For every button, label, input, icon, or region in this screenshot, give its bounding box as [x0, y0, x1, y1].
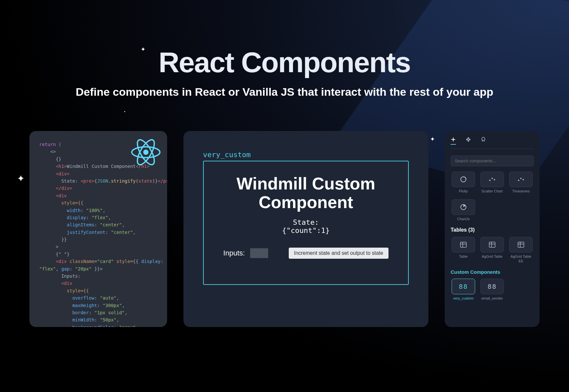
- digit-display-icon: 88: [459, 283, 468, 290]
- tab-add[interactable]: [451, 137, 456, 145]
- component-email-sender[interactable]: 88: [480, 279, 504, 294]
- component-scatter-label: Scatter Chart: [482, 189, 503, 193]
- plus-icon: [451, 137, 456, 142]
- rocket-icon: [481, 137, 486, 142]
- component-timeseries[interactable]: [509, 172, 533, 187]
- svg-rect-13: [489, 242, 495, 247]
- preview-component-frame[interactable]: Windmill Custom Component State: {"count…: [203, 161, 409, 285]
- tab-components[interactable]: [466, 137, 471, 145]
- component-table[interactable]: [452, 237, 475, 253]
- chartjs-icon: [460, 204, 467, 210]
- component-library-sidebar: Plotly Scatter Chart Timeseries: [445, 131, 540, 327]
- svg-point-6: [491, 178, 493, 179]
- component-aggrid-ee-label: AgGrid Table EE: [508, 254, 534, 263]
- digit-display-icon: 88: [488, 283, 497, 290]
- react-logo-icon: [131, 138, 161, 167]
- table-icon: [518, 242, 524, 248]
- code-editor-panel: return ( <> {} <h1>Windmill Custom Compo…: [29, 131, 167, 327]
- component-very-custom[interactable]: 88: [452, 279, 475, 294]
- svg-point-8: [518, 180, 519, 181]
- tab-theme[interactable]: [481, 137, 486, 145]
- component-timeseries-label: Timeseries: [512, 189, 529, 193]
- svg-point-5: [489, 180, 491, 181]
- component-very-custom-label: very_custom: [453, 296, 474, 301]
- grid-icon: [466, 137, 471, 142]
- svg-rect-12: [460, 242, 466, 247]
- scatter-icon: [489, 177, 495, 182]
- component-aggrid-label: AgGrid Table: [482, 254, 502, 259]
- component-heading: Windmill Custom Component: [217, 174, 395, 212]
- page-title: React Components: [0, 46, 569, 79]
- state-label: State:: [282, 218, 330, 226]
- inputs-label: Inputs:: [223, 249, 245, 257]
- svg-point-7: [494, 179, 495, 180]
- component-table-label: Table: [459, 254, 468, 259]
- state-value: {"count":1}: [282, 226, 330, 235]
- component-plotly-label: Plotly: [459, 189, 468, 193]
- timeseries-icon: [518, 177, 524, 182]
- component-plotly[interactable]: [452, 172, 475, 187]
- inputs-display-box: [250, 248, 268, 258]
- page-subtitle: Define components in React or Vanilla JS…: [0, 86, 569, 98]
- table-icon: [460, 242, 467, 248]
- preview-component-label: very_custom: [203, 151, 409, 159]
- plotly-icon: [460, 176, 467, 183]
- component-email-sender-label: email_sender: [481, 296, 503, 301]
- svg-point-10: [523, 179, 524, 180]
- svg-point-0: [143, 150, 148, 155]
- svg-rect-14: [518, 242, 524, 247]
- svg-point-9: [520, 178, 522, 179]
- increment-button[interactable]: Increment state and set output to state: [289, 248, 388, 259]
- tables-section-title: Tables (3): [451, 227, 534, 233]
- component-scatter-chart[interactable]: [480, 172, 504, 187]
- component-chartjs-label: ChartJs: [457, 217, 470, 221]
- search-input[interactable]: [451, 155, 534, 166]
- table-icon: [489, 242, 495, 248]
- component-aggrid[interactable]: [480, 237, 504, 253]
- component-aggrid-ee[interactable]: [509, 237, 533, 253]
- component-chartjs[interactable]: [452, 199, 475, 215]
- preview-panel: very_custom Windmill Custom Component St…: [183, 131, 428, 327]
- custom-components-title: Custom Components: [451, 269, 534, 275]
